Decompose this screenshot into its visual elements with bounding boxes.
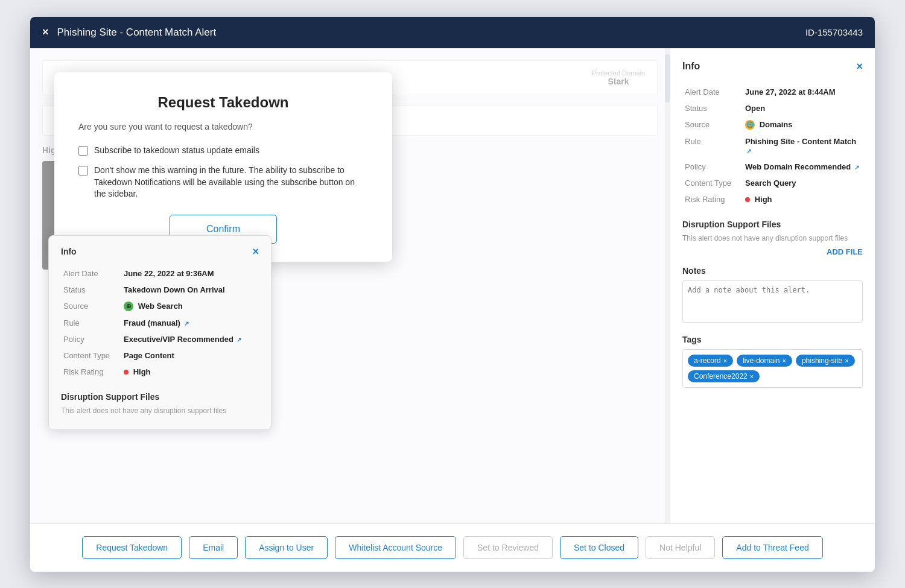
tag-remove-conference2022[interactable]: × [750, 373, 754, 380]
content-type-value: Search Query [743, 175, 863, 191]
checkbox-row-2: Don't show me this warning in the future… [78, 165, 368, 200]
domain-icon: 🌐 [745, 120, 755, 130]
info-small-disruption-note: This alert does not have any disruption … [61, 406, 259, 415]
notes-textarea[interactable] [682, 280, 863, 323]
info-small-alert-date-label: Alert Date [61, 265, 121, 282]
info-panel-small-title: Info [61, 247, 77, 256]
tags-title: Tags [682, 335, 863, 344]
risk-dot-right [745, 197, 750, 202]
dont-show-label: Don't show me this warning in the future… [94, 165, 368, 200]
modal-title: Request Takedown [78, 94, 368, 111]
policy-link-icon-small[interactable]: ↗ [237, 337, 241, 343]
tag-a-record: a-record × [688, 355, 733, 367]
request-takedown-button[interactable]: Request Takedown [82, 536, 182, 559]
tag-live-domain: live-domain × [737, 355, 792, 367]
info-small-content-type-value: Page Content [121, 347, 259, 364]
takedown-modal: Request Takedown Are you sure you want t… [54, 72, 392, 262]
info-small-rule-value: Fraud (manual) ↗ [121, 315, 259, 331]
status-row: Status Open [682, 100, 863, 116]
tag-label-a-record: a-record [694, 356, 721, 365]
tag-label-conference2022: Conference2022 [694, 372, 748, 381]
content-type-label: Content Type [682, 175, 743, 191]
rule-value: Phishing Site - Content Match ↗ [743, 133, 863, 159]
right-panel-header: Info × [682, 60, 863, 73]
tag-label-phishing-site: phishing-site [802, 356, 842, 365]
alert-date-row: Alert Date June 27, 2022 at 8:44AM [682, 84, 863, 100]
tag-phishing-site: phishing-site × [796, 355, 855, 367]
subscribe-checkbox[interactable] [78, 146, 88, 156]
source-value: 🌐 Domains [743, 116, 863, 134]
info-small-status-label: Status [61, 282, 121, 298]
action-bar: Request Takedown Email Assign to User Wh… [30, 523, 875, 572]
title-bar: × Phishing Site - Content Match Alert ID… [30, 17, 875, 48]
rule-row: Rule Phishing Site - Content Match ↗ [682, 133, 863, 159]
dont-show-checkbox[interactable] [78, 166, 88, 175]
info-small-source-row: Source ⊕ Web Search [61, 298, 259, 315]
alert-id: ID-155703443 [805, 27, 863, 37]
rule-label: Rule [682, 133, 743, 159]
checkbox-row-1: Subscribe to takedown status update emai… [78, 145, 368, 157]
alert-date-label: Alert Date [682, 84, 743, 100]
info-small-source-label: Source [61, 298, 121, 315]
not-helpful-button[interactable]: Not Helpful [646, 536, 715, 559]
rule-link-icon[interactable]: ↗ [184, 320, 189, 327]
center-area: Protected Domain Stark Status Live Phish… [30, 48, 670, 523]
window-close-button[interactable]: × [42, 26, 49, 39]
info-small-risk-value: High [121, 364, 259, 380]
info-panel-small-header: Info × [61, 245, 259, 258]
info-small-alert-date-value: June 22, 2022 at 9:36AM [121, 265, 259, 282]
source-label: Source [682, 116, 743, 134]
policy-link-icon[interactable]: ↗ [854, 164, 859, 171]
policy-label: Policy [682, 159, 743, 175]
rule-link-icon-right[interactable]: ↗ [746, 148, 751, 154]
info-small-rule-label: Rule [61, 315, 121, 331]
set-to-reviewed-button[interactable]: Set to Reviewed [463, 536, 553, 559]
tags-container: a-record × live-domain × phishing-site ×… [682, 349, 863, 388]
policy-value: Web Domain Recommended ↗ [743, 159, 863, 175]
whitelist-account-source-button[interactable]: Whitelist Account Source [335, 536, 456, 559]
info-small-policy-label: Policy [61, 331, 121, 347]
set-to-closed-button[interactable]: Set to Closed [560, 536, 638, 559]
right-panel: Info × Alert Date June 27, 2022 at 8:44A… [670, 48, 875, 523]
tag-remove-live-domain[interactable]: × [782, 357, 786, 364]
alert-date-value: June 27, 2022 at 8:44AM [743, 84, 863, 100]
info-small-content-type-label: Content Type [61, 347, 121, 364]
risk-rating-value: High [743, 191, 863, 207]
info-small-close-button[interactable]: × [252, 245, 259, 258]
subscribe-label: Subscribe to takedown status update emai… [94, 145, 259, 157]
info-small-rule-row: Rule Fraud (manual) ↗ [61, 315, 259, 331]
main-window: × Phishing Site - Content Match Alert ID… [30, 17, 875, 572]
disruption-note: This alert does not have any disruption … [682, 234, 863, 242]
risk-rating-row: Risk Rating High [682, 191, 863, 207]
tag-remove-a-record[interactable]: × [723, 357, 727, 364]
add-to-threat-feed-button[interactable]: Add to Threat Feed [722, 536, 822, 559]
info-small-content-type-row: Content Type Page Content [61, 347, 259, 364]
window-title: Phishing Site - Content Match Alert [57, 27, 217, 39]
email-button[interactable]: Email [189, 536, 238, 559]
tag-remove-phishing-site[interactable]: × [845, 357, 848, 364]
risk-rating-label: Risk Rating [682, 191, 743, 207]
info-small-risk-row: Risk Rating High [61, 364, 259, 380]
tag-conference2022: Conference2022 × [688, 370, 760, 382]
info-small-alert-date-row: Alert Date June 22, 2022 at 9:36AM [61, 265, 259, 282]
info-small-status-row: Status Takedown Down On Arrival [61, 282, 259, 298]
notes-title: Notes [682, 266, 863, 276]
info-small-table: Alert Date June 22, 2022 at 9:36AM Statu… [61, 265, 259, 381]
info-small-source-value: ⊕ Web Search [121, 298, 259, 315]
status-value: Open [743, 100, 863, 116]
right-panel-close-button[interactable]: × [856, 60, 863, 73]
assign-to-user-button[interactable]: Assign to User [245, 536, 328, 559]
info-small-risk-label: Risk Rating [61, 364, 121, 380]
status-label: Status [682, 100, 743, 116]
info-small-status-value: Takedown Down On Arrival [121, 282, 259, 298]
info-small-disruption-title: Disruption Support Files [61, 392, 259, 402]
modal-question: Are you sure you want to request a taked… [78, 122, 368, 131]
right-panel-title: Info [682, 61, 700, 72]
right-panel-info-table: Alert Date June 27, 2022 at 8:44AM Statu… [682, 84, 863, 208]
source-row: Source 🌐 Domains [682, 116, 863, 134]
policy-row: Policy Web Domain Recommended ↗ [682, 159, 863, 175]
main-content: Protected Domain Stark Status Live Phish… [30, 48, 875, 523]
add-file-link[interactable]: ADD FILE [682, 247, 863, 256]
risk-dot-small [124, 370, 129, 375]
title-bar-left: × Phishing Site - Content Match Alert [42, 26, 216, 39]
